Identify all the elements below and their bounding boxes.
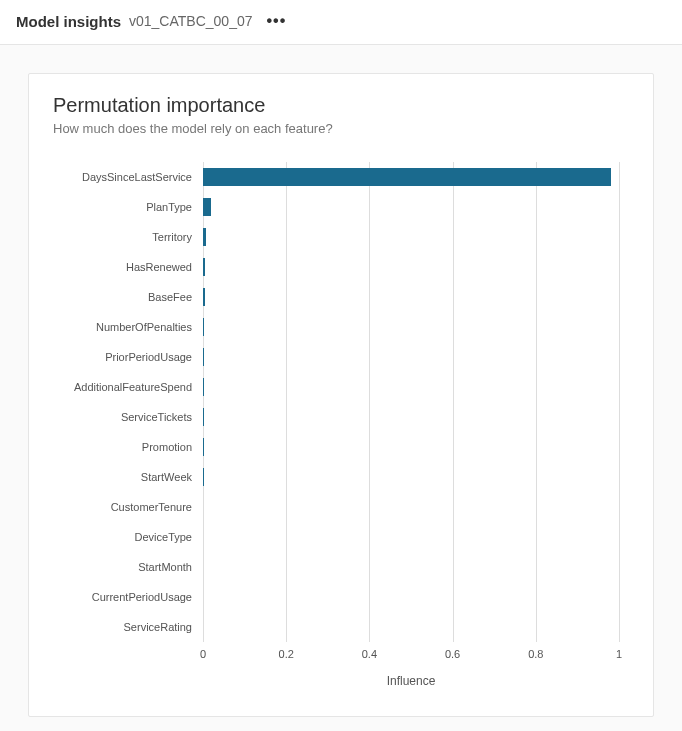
y-label: HasRenewed <box>53 252 198 282</box>
bar-row <box>203 552 619 582</box>
bar-row <box>203 432 619 462</box>
x-axis-label: Influence <box>203 674 619 688</box>
chart-container: DaysSinceLastServicePlanTypeTerritoryHas… <box>53 152 629 692</box>
bar-row <box>203 342 619 372</box>
bar <box>203 348 204 366</box>
y-label: ServiceRating <box>53 612 198 642</box>
y-label: StartWeek <box>53 462 198 492</box>
chart-subtitle: How much does the model rely on each fea… <box>53 121 629 136</box>
y-label: StartMonth <box>53 552 198 582</box>
grid-line <box>619 162 620 642</box>
y-label: CurrentPeriodUsage <box>53 582 198 612</box>
page-title: Model insights <box>16 13 121 30</box>
y-label: DeviceType <box>53 522 198 552</box>
y-label: BaseFee <box>53 282 198 312</box>
x-tick-label: 0 <box>200 648 206 660</box>
chart-card: Permutation importance How much does the… <box>28 73 654 717</box>
bars-group <box>203 162 619 642</box>
bar-row <box>203 282 619 312</box>
y-label: PlanType <box>53 192 198 222</box>
x-tick-label: 0.6 <box>445 648 460 660</box>
bar-row <box>203 222 619 252</box>
bar-row <box>203 492 619 522</box>
y-label: DaysSinceLastService <box>53 162 198 192</box>
y-label: Promotion <box>53 432 198 462</box>
x-axis-ticks: 00.20.40.60.81 <box>203 646 619 666</box>
page-header: Model insights v01_CATBC_00_07 ••• <box>0 0 682 45</box>
ellipsis-icon: ••• <box>266 12 286 29</box>
bar-row <box>203 522 619 552</box>
y-label: PriorPeriodUsage <box>53 342 198 372</box>
plot-area <box>203 162 619 642</box>
y-label: Territory <box>53 222 198 252</box>
y-label: AdditionalFeatureSpend <box>53 372 198 402</box>
more-menu-button[interactable]: ••• <box>262 10 290 32</box>
bar <box>203 318 204 336</box>
x-tick-label: 0.8 <box>528 648 543 660</box>
y-label: NumberOfPenalties <box>53 312 198 342</box>
bar-row <box>203 252 619 282</box>
bar-row <box>203 162 619 192</box>
chart-title: Permutation importance <box>53 94 629 117</box>
bar-row <box>203 192 619 222</box>
y-label: ServiceTickets <box>53 402 198 432</box>
bar-row <box>203 402 619 432</box>
bar-row <box>203 312 619 342</box>
bar <box>203 228 206 246</box>
bar <box>203 198 211 216</box>
bar <box>203 258 205 276</box>
model-name: v01_CATBC_00_07 <box>129 13 252 29</box>
bar <box>203 168 611 186</box>
bar-row <box>203 462 619 492</box>
y-label: CustomerTenure <box>53 492 198 522</box>
x-tick-label: 0.4 <box>362 648 377 660</box>
x-tick-label: 0.2 <box>279 648 294 660</box>
bar-row <box>203 612 619 642</box>
bar-row <box>203 582 619 612</box>
bar-row <box>203 372 619 402</box>
bar <box>203 288 205 306</box>
y-axis-labels: DaysSinceLastServicePlanTypeTerritoryHas… <box>53 162 198 642</box>
x-tick-label: 1 <box>616 648 622 660</box>
